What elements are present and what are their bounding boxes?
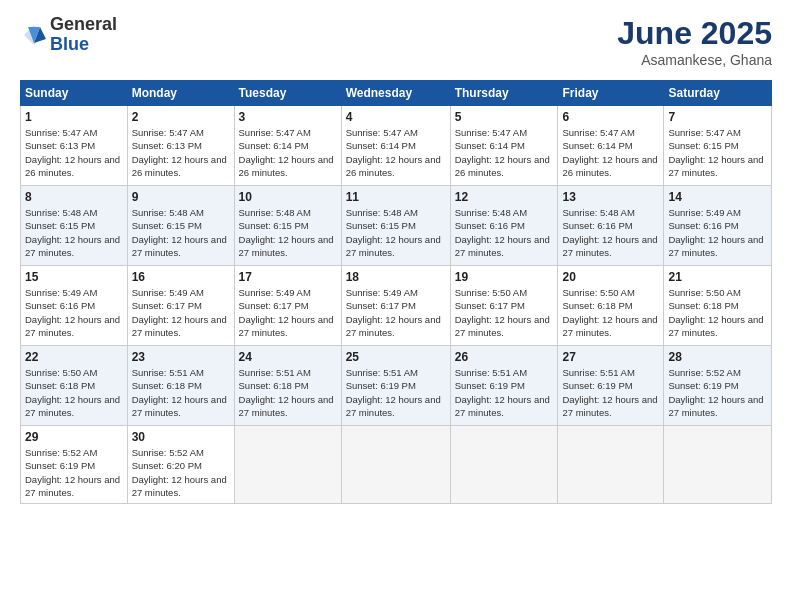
day-info: Sunrise: 5:48 AMSunset: 6:16 PMDaylight:…	[455, 207, 550, 258]
table-row: 26 Sunrise: 5:51 AMSunset: 6:19 PMDaylig…	[450, 346, 558, 426]
day-info: Sunrise: 5:49 AMSunset: 6:16 PMDaylight:…	[25, 287, 120, 338]
day-info: Sunrise: 5:52 AMSunset: 6:19 PMDaylight:…	[25, 447, 120, 498]
header-wednesday: Wednesday	[341, 81, 450, 106]
day-info: Sunrise: 5:51 AMSunset: 6:19 PMDaylight:…	[562, 367, 657, 418]
calendar-header-row: Sunday Monday Tuesday Wednesday Thursday…	[21, 81, 772, 106]
table-row: 17 Sunrise: 5:49 AMSunset: 6:17 PMDaylig…	[234, 266, 341, 346]
day-info: Sunrise: 5:51 AMSunset: 6:19 PMDaylight:…	[455, 367, 550, 418]
table-row: 6 Sunrise: 5:47 AMSunset: 6:14 PMDayligh…	[558, 106, 664, 186]
calendar-table: Sunday Monday Tuesday Wednesday Thursday…	[20, 80, 772, 504]
day-number: 24	[239, 350, 337, 364]
day-number: 3	[239, 110, 337, 124]
table-row: 12 Sunrise: 5:48 AMSunset: 6:16 PMDaylig…	[450, 186, 558, 266]
table-row	[450, 426, 558, 504]
table-row: 24 Sunrise: 5:51 AMSunset: 6:18 PMDaylig…	[234, 346, 341, 426]
logo-blue-text: Blue	[50, 35, 117, 55]
header-sunday: Sunday	[21, 81, 128, 106]
day-number: 7	[668, 110, 767, 124]
day-info: Sunrise: 5:52 AMSunset: 6:19 PMDaylight:…	[668, 367, 763, 418]
day-info: Sunrise: 5:47 AMSunset: 6:15 PMDaylight:…	[668, 127, 763, 178]
day-number: 1	[25, 110, 123, 124]
day-number: 5	[455, 110, 554, 124]
day-number: 29	[25, 430, 123, 444]
day-number: 15	[25, 270, 123, 284]
header-thursday: Thursday	[450, 81, 558, 106]
calendar-week-row: 22 Sunrise: 5:50 AMSunset: 6:18 PMDaylig…	[21, 346, 772, 426]
day-number: 18	[346, 270, 446, 284]
day-number: 19	[455, 270, 554, 284]
day-info: Sunrise: 5:48 AMSunset: 6:15 PMDaylight:…	[25, 207, 120, 258]
table-row: 21 Sunrise: 5:50 AMSunset: 6:18 PMDaylig…	[664, 266, 772, 346]
table-row	[341, 426, 450, 504]
day-number: 23	[132, 350, 230, 364]
table-row: 7 Sunrise: 5:47 AMSunset: 6:15 PMDayligh…	[664, 106, 772, 186]
table-row: 1 Sunrise: 5:47 AMSunset: 6:13 PMDayligh…	[21, 106, 128, 186]
day-info: Sunrise: 5:50 AMSunset: 6:18 PMDaylight:…	[668, 287, 763, 338]
day-info: Sunrise: 5:49 AMSunset: 6:17 PMDaylight:…	[346, 287, 441, 338]
day-number: 10	[239, 190, 337, 204]
day-number: 20	[562, 270, 659, 284]
table-row	[664, 426, 772, 504]
calendar-week-row: 15 Sunrise: 5:49 AMSunset: 6:16 PMDaylig…	[21, 266, 772, 346]
table-row: 8 Sunrise: 5:48 AMSunset: 6:15 PMDayligh…	[21, 186, 128, 266]
logo-general-text: General	[50, 15, 117, 35]
table-row: 18 Sunrise: 5:49 AMSunset: 6:17 PMDaylig…	[341, 266, 450, 346]
day-info: Sunrise: 5:48 AMSunset: 6:16 PMDaylight:…	[562, 207, 657, 258]
table-row: 23 Sunrise: 5:51 AMSunset: 6:18 PMDaylig…	[127, 346, 234, 426]
day-info: Sunrise: 5:51 AMSunset: 6:18 PMDaylight:…	[132, 367, 227, 418]
day-info: Sunrise: 5:48 AMSunset: 6:15 PMDaylight:…	[132, 207, 227, 258]
title-block: June 2025 Asamankese, Ghana	[617, 15, 772, 68]
header-monday: Monday	[127, 81, 234, 106]
table-row: 13 Sunrise: 5:48 AMSunset: 6:16 PMDaylig…	[558, 186, 664, 266]
table-row: 14 Sunrise: 5:49 AMSunset: 6:16 PMDaylig…	[664, 186, 772, 266]
day-number: 26	[455, 350, 554, 364]
calendar-week-row: 29 Sunrise: 5:52 AMSunset: 6:19 PMDaylig…	[21, 426, 772, 504]
table-row: 22 Sunrise: 5:50 AMSunset: 6:18 PMDaylig…	[21, 346, 128, 426]
table-row: 15 Sunrise: 5:49 AMSunset: 6:16 PMDaylig…	[21, 266, 128, 346]
header-friday: Friday	[558, 81, 664, 106]
day-info: Sunrise: 5:47 AMSunset: 6:14 PMDaylight:…	[455, 127, 550, 178]
table-row: 25 Sunrise: 5:51 AMSunset: 6:19 PMDaylig…	[341, 346, 450, 426]
day-number: 22	[25, 350, 123, 364]
table-row: 29 Sunrise: 5:52 AMSunset: 6:19 PMDaylig…	[21, 426, 128, 504]
day-info: Sunrise: 5:50 AMSunset: 6:17 PMDaylight:…	[455, 287, 550, 338]
day-number: 6	[562, 110, 659, 124]
day-info: Sunrise: 5:48 AMSunset: 6:15 PMDaylight:…	[239, 207, 334, 258]
table-row: 5 Sunrise: 5:47 AMSunset: 6:14 PMDayligh…	[450, 106, 558, 186]
table-row: 3 Sunrise: 5:47 AMSunset: 6:14 PMDayligh…	[234, 106, 341, 186]
day-info: Sunrise: 5:48 AMSunset: 6:15 PMDaylight:…	[346, 207, 441, 258]
day-info: Sunrise: 5:49 AMSunset: 6:16 PMDaylight:…	[668, 207, 763, 258]
table-row	[234, 426, 341, 504]
day-number: 4	[346, 110, 446, 124]
day-info: Sunrise: 5:51 AMSunset: 6:19 PMDaylight:…	[346, 367, 441, 418]
calendar-week-row: 8 Sunrise: 5:48 AMSunset: 6:15 PMDayligh…	[21, 186, 772, 266]
day-info: Sunrise: 5:47 AMSunset: 6:13 PMDaylight:…	[132, 127, 227, 178]
logo: General Blue	[20, 15, 117, 55]
day-info: Sunrise: 5:50 AMSunset: 6:18 PMDaylight:…	[562, 287, 657, 338]
table-row: 28 Sunrise: 5:52 AMSunset: 6:19 PMDaylig…	[664, 346, 772, 426]
table-row: 4 Sunrise: 5:47 AMSunset: 6:14 PMDayligh…	[341, 106, 450, 186]
day-number: 16	[132, 270, 230, 284]
day-number: 17	[239, 270, 337, 284]
table-row: 10 Sunrise: 5:48 AMSunset: 6:15 PMDaylig…	[234, 186, 341, 266]
table-row: 30 Sunrise: 5:52 AMSunset: 6:20 PMDaylig…	[127, 426, 234, 504]
day-info: Sunrise: 5:47 AMSunset: 6:14 PMDaylight:…	[239, 127, 334, 178]
header-tuesday: Tuesday	[234, 81, 341, 106]
day-info: Sunrise: 5:49 AMSunset: 6:17 PMDaylight:…	[132, 287, 227, 338]
day-number: 11	[346, 190, 446, 204]
table-row: 27 Sunrise: 5:51 AMSunset: 6:19 PMDaylig…	[558, 346, 664, 426]
location-subtitle: Asamankese, Ghana	[617, 52, 772, 68]
day-number: 30	[132, 430, 230, 444]
day-number: 28	[668, 350, 767, 364]
day-number: 21	[668, 270, 767, 284]
day-info: Sunrise: 5:49 AMSunset: 6:17 PMDaylight:…	[239, 287, 334, 338]
day-info: Sunrise: 5:47 AMSunset: 6:14 PMDaylight:…	[346, 127, 441, 178]
table-row: 11 Sunrise: 5:48 AMSunset: 6:15 PMDaylig…	[341, 186, 450, 266]
table-row: 9 Sunrise: 5:48 AMSunset: 6:15 PMDayligh…	[127, 186, 234, 266]
table-row	[558, 426, 664, 504]
day-number: 14	[668, 190, 767, 204]
day-number: 27	[562, 350, 659, 364]
day-info: Sunrise: 5:52 AMSunset: 6:20 PMDaylight:…	[132, 447, 227, 498]
table-row: 2 Sunrise: 5:47 AMSunset: 6:13 PMDayligh…	[127, 106, 234, 186]
table-row: 19 Sunrise: 5:50 AMSunset: 6:17 PMDaylig…	[450, 266, 558, 346]
